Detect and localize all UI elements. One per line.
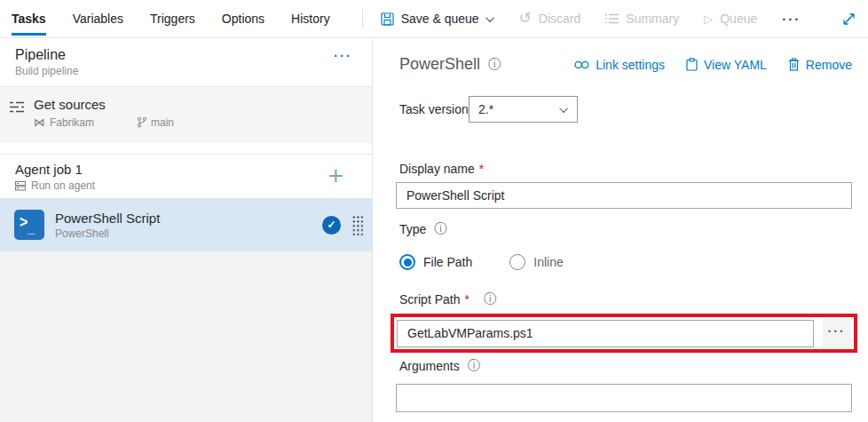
task-enabled-check-icon[interactable]: ✓ [322, 216, 341, 235]
arguments-label: Arguments ⓘ [399, 358, 852, 374]
sidebar-filler [0, 251, 372, 422]
remove-button[interactable]: Remove [788, 58, 852, 72]
tab-history-label: History [291, 12, 330, 26]
radio-file-path-label: File Path [423, 255, 472, 269]
required-asterisk: * [464, 292, 469, 307]
tab-options[interactable]: Options [222, 0, 264, 37]
task-settings-panel: PowerShell ⓘ Link settings [374, 39, 868, 422]
panel-title: PowerShell [399, 55, 480, 74]
type-label: Type ⓘ [399, 221, 852, 237]
type-radio-group: File Path Inline [399, 254, 852, 270]
radio-inline-label: Inline [533, 255, 563, 269]
queue-label: Queue [720, 12, 757, 26]
tab-history[interactable]: History [291, 0, 330, 37]
task-version-select[interactable]: 2.* [469, 96, 578, 123]
required-asterisk: * [479, 162, 484, 176]
save-and-queue-label: Save & queue [401, 12, 479, 26]
save-and-queue-button[interactable]: Save & queue [381, 0, 494, 37]
azure-repos-icon: ⋈ [34, 115, 45, 129]
script-path-input[interactable] [397, 320, 814, 347]
display-name-label: Display name * [399, 162, 852, 176]
sources-icon [9, 101, 25, 143]
info-icon[interactable]: ⓘ [484, 291, 496, 307]
info-icon[interactable]: ⓘ [434, 221, 446, 237]
queue-button[interactable]: ▷ Queue [704, 0, 757, 37]
task-item-powershell[interactable]: >_ PowerShell Script PowerShell ✓ [0, 198, 372, 251]
pipeline-sidebar: Pipeline Build pipeline ··· Get sources … [0, 39, 373, 422]
pipeline-more-button[interactable]: ··· [334, 48, 352, 63]
task-subtitle: PowerShell [55, 227, 160, 240]
undo-icon: ↺ [519, 12, 532, 25]
view-yaml-button[interactable]: View YAML [686, 58, 767, 72]
task-title: PowerShell Script [55, 211, 160, 226]
radio-unselected-icon [509, 254, 525, 270]
task-version-value: 2.* [478, 102, 493, 116]
repo-name: Fabrikam [50, 116, 94, 129]
type-label-text: Type [399, 222, 426, 236]
link-icon [574, 60, 589, 69]
sidebar-gap [0, 143, 372, 154]
tab-options-label: Options [222, 12, 264, 26]
play-icon: ▷ [704, 12, 713, 26]
display-name-label-text: Display name [399, 162, 475, 176]
display-name-input[interactable] [396, 182, 852, 209]
browse-button[interactable]: ··· [823, 319, 850, 347]
annotation-highlight-box: ··· [391, 314, 857, 353]
agent-job-subtitle: Run on agent [31, 179, 95, 192]
tab-tasks-label: Tasks [12, 12, 46, 26]
discard-label: Discard [539, 12, 580, 26]
agent-rack-icon [15, 181, 26, 191]
top-toolbar: Tasks Variables Triggers Options History… [0, 0, 868, 38]
clipboard-icon [686, 58, 698, 71]
toolbar-divider [362, 9, 363, 28]
summary-button[interactable]: Summary [605, 0, 679, 37]
info-icon[interactable]: ⓘ [468, 358, 480, 374]
link-settings-button[interactable]: Link settings [574, 58, 665, 72]
arguments-input[interactable] [396, 384, 852, 412]
discard-button[interactable]: ↺ Discard [519, 0, 581, 37]
tab-tasks[interactable]: Tasks [12, 0, 46, 37]
remove-label: Remove [806, 58, 852, 72]
pipeline-subtitle: Build pipeline [15, 65, 358, 77]
trash-icon [788, 58, 800, 71]
view-yaml-label: View YAML [704, 58, 767, 72]
pipeline-title: Pipeline [15, 47, 358, 63]
task-version-row: Task version 2.* [396, 96, 852, 123]
summary-label: Summary [626, 12, 679, 26]
drag-handle[interactable] [351, 214, 363, 235]
toolbar-more-button[interactable]: ··· [782, 0, 801, 37]
radio-selected-icon [399, 254, 415, 270]
branch-name: main [151, 116, 174, 129]
fullscreen-button[interactable] [842, 0, 856, 37]
git-branch-icon [137, 116, 146, 128]
radio-file-path[interactable]: File Path [399, 254, 472, 270]
tab-triggers-label: Triggers [150, 12, 195, 26]
summary-list-icon [605, 13, 619, 24]
agent-job-title: Agent job 1 [15, 162, 358, 177]
powershell-icon: >_ [14, 210, 44, 240]
repo-info: ⋈ Fabrikam [34, 115, 94, 129]
info-icon[interactable]: ⓘ [488, 57, 501, 73]
get-sources-title: Get sources [34, 97, 174, 112]
link-settings-label: Link settings [596, 58, 665, 72]
radio-inline[interactable]: Inline [509, 254, 563, 270]
script-path-label: Script Path * ⓘ [399, 291, 852, 307]
tab-triggers[interactable]: Triggers [150, 0, 195, 37]
tab-variables-label: Variables [73, 12, 123, 26]
expand-icon [842, 12, 856, 26]
pipeline-header: Pipeline Build pipeline ··· [0, 39, 372, 86]
panel-header: PowerShell ⓘ Link settings [396, 55, 852, 74]
tab-variables[interactable]: Variables [73, 0, 123, 37]
task-version-label: Task version [399, 102, 469, 116]
chevron-down-icon [485, 13, 494, 22]
arguments-label-text: Arguments [399, 359, 460, 373]
add-task-button[interactable]: + [327, 163, 343, 188]
script-path-label-text: Script Path [399, 292, 460, 307]
ellipsis-icon: ··· [782, 12, 801, 27]
get-sources-item[interactable]: Get sources ⋈ Fabrikam [0, 86, 372, 143]
chevron-down-icon [559, 104, 568, 113]
agent-job-item[interactable]: Agent job 1 Run on agent + [0, 154, 372, 198]
branch-info: main [137, 116, 174, 129]
save-icon [381, 12, 394, 26]
